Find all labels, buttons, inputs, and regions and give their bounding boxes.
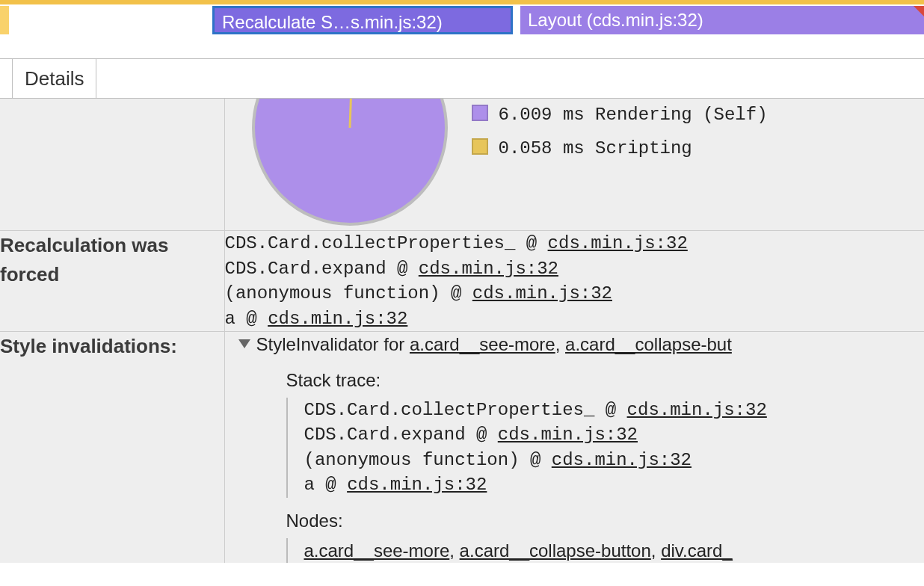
- legend-scripting: 0.058 ms Scripting: [472, 138, 768, 158]
- node-link[interactable]: a.card__see-more: [410, 334, 555, 354]
- source-link[interactable]: cds.min.js:32: [347, 475, 487, 495]
- source-link[interactable]: cds.min.js:32: [268, 309, 407, 329]
- legend-rendering-label: 6.009 ms Rendering (Self): [499, 105, 768, 125]
- pie-legend: 6.009 ms Rendering (Self) 0.058 ms Scrip…: [472, 91, 768, 172]
- disclosure-triangle-icon[interactable]: [238, 339, 250, 348]
- stack-frame: CDS.Card.expand @ cds.min.js:32: [225, 256, 925, 282]
- flamechart-idle: [0, 6, 9, 34]
- stack-frame: CDS.Card.collectProperties_ @ cds.min.js…: [225, 231, 925, 256]
- node-link[interactable]: a.card__collapse-but: [565, 334, 732, 354]
- node-link[interactable]: div.card_: [661, 540, 733, 561]
- recalc-forced-trace: CDS.Card.collectProperties_ @ cds.min.js…: [224, 231, 924, 332]
- swatch-scripting: [472, 138, 488, 155]
- tab-details[interactable]: Details: [12, 59, 96, 98]
- flamechart-task-layout[interactable]: Layout (cds.min.js:32): [520, 6, 924, 34]
- source-link[interactable]: cds.min.js:32: [552, 450, 692, 470]
- stack-frame: CDS.Card.expand @ cds.min.js:32: [304, 422, 925, 448]
- source-link[interactable]: cds.min.js:32: [419, 259, 558, 279]
- style-invalidations-tree: StyleInvalidator for a.card__see-more, a…: [224, 332, 924, 563]
- flamechart-strip[interactable]: Recalculate S…s.min.js:32) Layout (cds.m…: [0, 0, 924, 34]
- aggregate-time-pie: 6.009 ms Rendering (Self) 0.058 ms Scrip…: [225, 99, 925, 230]
- swatch-rendering: [472, 105, 488, 121]
- nodes-label: Nodes:: [286, 508, 925, 534]
- flamechart-task-recalculate-style[interactable]: Recalculate S…s.min.js:32): [212, 6, 513, 34]
- row-label-style-invalidations: Style invalidations:: [0, 332, 224, 563]
- details-panel: 6.009 ms Rendering (Self) 0.058 ms Scrip…: [0, 99, 924, 563]
- source-link[interactable]: cds.min.js:32: [472, 283, 612, 303]
- invalidated-nodes: a.card__see-more, a.card__collapse-butto…: [286, 538, 925, 564]
- stack-trace-label: Stack trace:: [286, 368, 925, 393]
- legend-rendering: 6.009 ms Rendering (Self): [472, 105, 768, 125]
- stack-frame: (anonymous function) @ cds.min.js:32: [304, 448, 925, 473]
- source-link[interactable]: cds.min.js:32: [498, 425, 638, 445]
- node-link[interactable]: a.card__see-more: [304, 540, 450, 561]
- stack-frame: a @ cds.min.js:32: [225, 306, 925, 332]
- source-link[interactable]: cds.min.js:32: [627, 400, 767, 420]
- legend-scripting-label: 0.058 ms Scripting: [499, 138, 692, 158]
- details-tabstrip: Details: [0, 58, 924, 99]
- style-inval-stack-trace: CDS.Card.collectProperties_ @ cds.min.js…: [286, 398, 925, 498]
- stack-frame: (anonymous function) @ cds.min.js:32: [225, 281, 925, 306]
- stack-frame: CDS.Card.collectProperties_ @ cds.min.js…: [304, 398, 925, 423]
- stack-frame: a @ cds.min.js:32: [304, 472, 925, 498]
- source-link[interactable]: cds.min.js:32: [548, 233, 688, 253]
- node-link[interactable]: a.card__collapse-button: [460, 540, 651, 561]
- style-invalidator-header: StyleInvalidator for a.card__see-more, a…: [256, 332, 925, 357]
- row-label-recalc-forced: Recalculation was forced: [0, 231, 224, 332]
